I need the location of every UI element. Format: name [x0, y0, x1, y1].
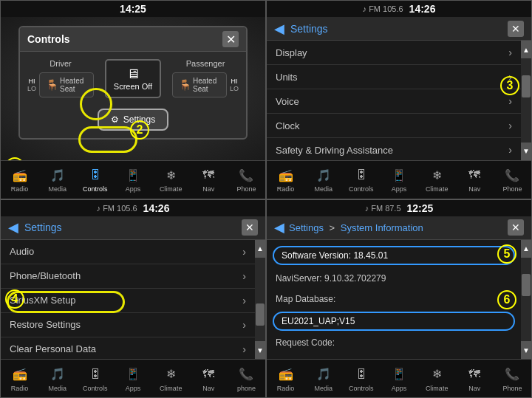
time-3: 14:26: [143, 202, 170, 214]
scroll-up-4[interactable]: ▲: [521, 240, 531, 258]
back-button-4[interactable]: ◀: [274, 219, 284, 236]
screen-off-label: Screen Off: [114, 82, 152, 91]
close-button-2[interactable]: ✕: [508, 21, 524, 37]
nav-item-climate-2[interactable]: ❄ Climate: [418, 166, 456, 193]
passenger-hi-lo: HI LO: [230, 78, 239, 92]
nav-icon-2: 🗺: [466, 166, 483, 184]
nav-item-apps-3[interactable]: 📱 Apps: [114, 366, 151, 392]
settings-item-phone-bt[interactable]: Phone/Bluetooth›: [1, 264, 255, 289]
driver-label: Driver: [50, 59, 71, 68]
nav-bar-1: 📻 Radio 🎵 Media 🎛 Controls 📱 Apps ❄ Clim…: [1, 160, 265, 199]
scroll-up-3[interactable]: ▲: [255, 240, 265, 258]
scroll-down-4[interactable]: ▼: [521, 341, 531, 359]
nav-item-phone-1[interactable]: 📞 Phone: [228, 166, 265, 193]
controls-title: Controls: [27, 33, 70, 45]
scroll-thumb-4: [522, 274, 531, 296]
sysinfo-content: ◀ Settings > System Information ✕ Softwa…: [267, 216, 531, 360]
back-button-2[interactable]: ◀: [274, 21, 284, 37]
status-bar-2: ♪ FM 105.6 14:26: [267, 1, 531, 17]
close-button-3[interactable]: ✕: [242, 219, 258, 236]
controls-content: 🌐 Controls ✕ Driver HI LO: [1, 17, 265, 160]
scroll-track-2: [521, 58, 531, 143]
nav-item-phone-2[interactable]: 📞 Phone: [494, 166, 531, 193]
nav-item-controls-3[interactable]: 🎛 Controls: [76, 366, 114, 392]
nav-item-radio-1[interactable]: 📻 Radio: [1, 166, 38, 193]
settings-button[interactable]: ⚙ Settings: [98, 109, 168, 131]
phone-icon-4: 📞: [503, 366, 521, 383]
scrollbar-3[interactable]: ▲ ▼: [255, 240, 265, 360]
nav-item-radio-4[interactable]: 📻 Radio: [267, 366, 304, 392]
nav-icon-3: 🗺: [200, 366, 217, 383]
settings-item-clear[interactable]: Clear Personal Data›: [1, 337, 255, 360]
nav-item-nav-4[interactable]: 🗺 Nav: [456, 366, 494, 392]
sysinfo-map-db-value: EU2021_UAP;V15: [273, 312, 515, 331]
nav-item-media-1[interactable]: 🎵 Media: [38, 166, 76, 193]
nav-item-media-2[interactable]: 🎵 Media: [304, 166, 342, 193]
nav-item-phone-4[interactable]: 📞 Phone: [494, 366, 531, 392]
settings-item-voice[interactable]: Voice›: [267, 89, 521, 114]
scroll-up-2[interactable]: ▲: [521, 41, 531, 58]
radio-icon-2: 📻: [277, 166, 295, 184]
nav-item-radio-2[interactable]: 📻 Radio: [267, 166, 304, 193]
settings-item-restore[interactable]: Restore Settings›: [1, 313, 255, 337]
scroll-down-3[interactable]: ▼: [255, 341, 265, 359]
nav-item-phone-3[interactable]: 📞 phone: [228, 366, 265, 392]
close-button-4[interactable]: ✕: [508, 219, 524, 236]
radio-icon-4: 📻: [277, 366, 295, 383]
apps-icon-4: 📱: [390, 366, 408, 383]
nav-item-nav-2[interactable]: 🗺 Nav: [456, 166, 494, 193]
nav-item-nav-1[interactable]: 🗺 Nav: [190, 166, 228, 193]
radio-icon-1: 📻: [11, 166, 29, 184]
controls-close-button[interactable]: ✕: [222, 31, 239, 47]
settings-list-3: Audio› Phone/Bluetooth› SiriusXM Setup› …: [1, 240, 265, 360]
nav-item-nav-3[interactable]: 🗺 Nav: [190, 366, 228, 392]
heated-seat-label: Heated Seat: [60, 77, 87, 93]
settings-item-display[interactable]: Display›: [267, 41, 521, 65]
controls-icon-3: 🎛: [86, 366, 104, 383]
back-button-3[interactable]: ◀: [8, 219, 18, 236]
status-bar-3: ♪ FM 105.6 14:26: [1, 200, 265, 216]
scroll-down-2[interactable]: ▼: [521, 143, 531, 160]
climate-icon-3: ❄: [162, 366, 180, 383]
apps-icon-3: 📱: [124, 366, 142, 383]
passenger-heated-seat-button[interactable]: 🪑 Heated Seat: [172, 72, 227, 97]
screen-off-button[interactable]: 🖥 Screen Off: [105, 59, 161, 98]
nav-item-media-3[interactable]: 🎵 Media: [38, 366, 76, 392]
scroll-track-4: [521, 258, 531, 342]
scroll-thumb-3: [256, 303, 265, 326]
time-2: 14:26: [409, 3, 436, 15]
driver-heated-seat-button[interactable]: 🪑 Heated Seat: [39, 72, 94, 97]
media-icon-2: 🎵: [315, 166, 332, 184]
nav-item-climate-4[interactable]: ❄ Climate: [418, 366, 456, 392]
settings-item-safety[interactable]: Safety & Driving Assistance›: [267, 138, 521, 160]
scrollbar-4[interactable]: ▲ ▼: [521, 240, 531, 360]
phone-icon-2: 📞: [503, 166, 521, 184]
sysinfo-list: Software Version: 18.45.01 NaviServer: 9…: [267, 240, 531, 360]
nav-item-climate-1[interactable]: ❄ Climate: [152, 166, 190, 193]
settings-item-audio[interactable]: Audio›: [1, 240, 255, 264]
settings-item-units[interactable]: Units›: [267, 65, 521, 89]
settings-item-siriusxm[interactable]: SiriusXM Setup›: [1, 289, 255, 313]
settings-title-2: Settings: [290, 23, 328, 35]
phone-icon-3: 📞: [237, 366, 255, 383]
nav-item-controls-4[interactable]: 🎛 Controls: [342, 366, 380, 392]
time-4: 12:25: [407, 202, 434, 214]
radio-info-2: ♪ FM 105.6: [363, 4, 403, 13]
nav-item-apps-4[interactable]: 📱 Apps: [380, 366, 417, 392]
sysinfo-request-code-label: Request Code:: [267, 332, 521, 354]
status-bar-1: 14:25: [1, 1, 265, 17]
controls-title-bar: Controls ✕: [20, 27, 246, 52]
nav-item-controls-2[interactable]: 🎛 Controls: [342, 166, 380, 193]
nav-item-media-4[interactable]: 🎵 Media: [304, 366, 342, 392]
nav-item-apps-2[interactable]: 📱 Apps: [380, 166, 417, 193]
nav-item-climate-3[interactable]: ❄ Climate: [152, 366, 190, 392]
time-1: 14:25: [120, 3, 146, 15]
scrollbar-2[interactable]: ▲ ▼: [521, 41, 531, 160]
settings-header-3: ◀ Settings ✕: [1, 216, 265, 240]
settings-title-3: Settings: [24, 222, 62, 233]
settings-item-clock[interactable]: Clock›: [267, 114, 521, 138]
nav-item-apps-1[interactable]: 📱 Apps: [114, 166, 151, 193]
nav-item-radio-3[interactable]: 📻 Radio: [1, 366, 38, 392]
nav-item-controls-1[interactable]: 🎛 Controls: [76, 166, 114, 193]
radio-icon-3: 📻: [11, 366, 29, 383]
